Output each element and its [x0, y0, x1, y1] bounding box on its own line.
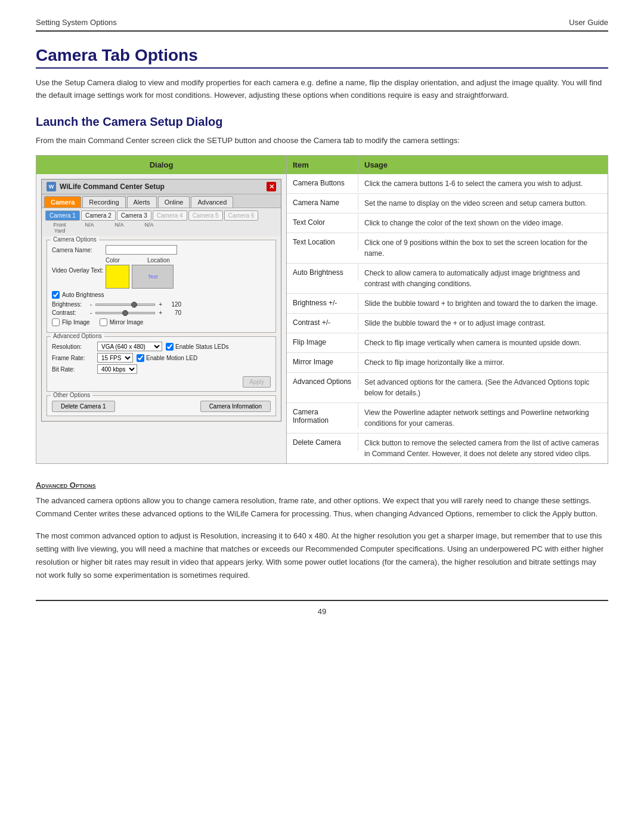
contrast-plus: + — [159, 309, 162, 316]
table-row: Auto Brightness Check to allow camera to… — [287, 264, 608, 294]
cam-btn-6[interactable]: Camera 6 — [224, 210, 259, 221]
auto-brightness-label: Auto Brightness — [62, 292, 104, 298]
page-header: Setting System Options User Guide — [36, 18, 608, 32]
color-label: Color — [106, 257, 141, 264]
brightness-plus: + — [159, 301, 162, 308]
section1-title: Launch the Camera Setup Dialog — [36, 115, 608, 129]
other-options-border: Other Options Delete Camera 1 Camera Inf… — [47, 395, 276, 416]
table-row: Advanced Options Set advanced options fo… — [287, 373, 608, 403]
dialog-pane: Dialog W WiLife Command Center Setup ✕ C… — [36, 156, 287, 463]
other-options-legend: Other Options — [51, 392, 92, 398]
dialog-title-text: WiLife Command Center Setup — [60, 182, 165, 191]
page-number: 49 — [318, 607, 326, 616]
contrast-minus: - — [90, 309, 92, 316]
cam-btn-2[interactable]: Camera 2 — [81, 210, 116, 221]
page-title: Camera Tab Options — [36, 46, 608, 69]
bit-rate-select[interactable]: 400 kbps 200 kbps 800 kbps — [97, 364, 137, 374]
contrast-bubble[interactable] — [122, 310, 128, 316]
table-cell-item: Brightness +/- — [287, 294, 358, 311]
tab-advanced[interactable]: Advanced — [191, 196, 233, 208]
table-row: Brightness +/- Slide the bubble toward +… — [287, 294, 608, 314]
camera-information-button[interactable]: Camera Information — [200, 401, 271, 412]
enable-motion-led-checkbox[interactable] — [137, 354, 144, 362]
flip-image-checkbox[interactable] — [52, 318, 60, 326]
table-row: Camera Information View the Powerline ad… — [287, 403, 608, 433]
enable-motion-led-row: Enable Motion LED — [137, 354, 197, 362]
bit-rate-label: Bit Rate: — [52, 366, 94, 373]
video-overlay-label: Video Overlay Text: — [52, 265, 103, 274]
tab-online[interactable]: Online — [158, 196, 190, 208]
header-right: User Guide — [569, 18, 608, 27]
color-block[interactable] — [106, 265, 129, 289]
dialog-titlebar: W WiLife Command Center Setup ✕ — [42, 179, 281, 194]
location-box[interactable]: Test — [132, 265, 174, 289]
table-cell-item: Flip Image — [287, 333, 358, 351]
table-cell-item: Camera Name — [287, 194, 358, 211]
table-cell-item: Advanced Options — [287, 373, 358, 390]
table-row: Camera Name Set the name to display on t… — [287, 194, 608, 213]
table-cell-item: Mirror Image — [287, 353, 358, 370]
other-options-group: Other Options Delete Camera 1 Camera Inf… — [47, 395, 276, 416]
mirror-image-row: Mirror Image — [100, 318, 144, 326]
mirror-image-checkbox[interactable] — [100, 318, 107, 326]
enable-motion-led-label: Enable Motion LED — [146, 355, 197, 361]
table-cell-usage: Slide the bubble toward + to brighten an… — [358, 294, 608, 313]
table-row: Mirror Image Check to flip image horizon… — [287, 353, 608, 373]
table-cell-usage: Check to flip image vertically when came… — [358, 333, 608, 352]
table-cell-usage: Set advanced options for the camera. (Se… — [358, 373, 608, 402]
resolution-select[interactable]: VGA (640 x 480) QVGA (320 x 240) — [97, 342, 162, 351]
video-overlay-row: Video Overlay Text: Test — [52, 265, 271, 289]
frame-rate-row: Frame Rate: 15 FPS 7 FPS 30 FPS Enable M… — [52, 353, 271, 363]
tab-camera[interactable]: Camera — [44, 196, 81, 208]
table-cell-usage: Click the camera buttons 1-6 to select t… — [358, 174, 608, 193]
camera-options-border: Camera Options Camera Name: Color Locati… — [47, 240, 276, 333]
sublabel-2: N/A — [75, 222, 104, 234]
sublabel-4: N/A — [135, 222, 163, 234]
advanced-para2: The most common advanced option to adjus… — [36, 529, 608, 582]
cam-btn-1[interactable]: Camera 1 — [45, 210, 80, 221]
close-button[interactable]: ✕ — [267, 182, 276, 191]
delete-camera-button[interactable]: Delete Camera 1 — [52, 401, 115, 412]
frame-rate-label: Frame Rate: — [52, 355, 94, 361]
camera-name-label: Camera Name: — [52, 247, 106, 253]
tab-bar: Camera Recording Alerts Online Advanced — [42, 194, 281, 208]
apply-button[interactable]: Apply — [243, 376, 271, 388]
advanced-para1: The advanced camera options allow you to… — [36, 494, 608, 521]
bit-rate-row: Bit Rate: 400 kbps 200 kbps 800 kbps — [52, 364, 271, 374]
header-left: Setting System Options — [36, 18, 117, 27]
dialog-window: W WiLife Command Center Setup ✕ Camera R… — [41, 179, 281, 422]
cam-btn-4[interactable]: Camera 4 — [153, 210, 187, 221]
auto-brightness-checkbox[interactable] — [52, 291, 60, 299]
dialog-icon: W — [47, 182, 56, 191]
intro-text: Use the Setup Camera dialog to view and … — [36, 77, 608, 102]
brightness-slider-row: Brightness: - + 120 — [52, 301, 271, 308]
table-cell-usage: Click button to remove the selected came… — [358, 433, 608, 463]
contrast-slider-label: Contrast: — [52, 309, 88, 316]
page-container: Setting System Options User Guide Camera… — [0, 0, 644, 833]
advanced-options-section: Advanced Options The advanced camera opt… — [36, 481, 608, 582]
tab-recording[interactable]: Recording — [82, 196, 125, 208]
brightness-bubble[interactable] — [131, 302, 137, 308]
cam-btn-5[interactable]: Camera 5 — [188, 210, 223, 221]
sublabel-6 — [194, 222, 223, 234]
dialog-table-wrapper: Dialog W WiLife Command Center Setup ✕ C… — [36, 155, 608, 464]
col-header-item: Item — [287, 156, 358, 174]
camera-name-input[interactable] — [106, 245, 177, 255]
enable-status-leds-row: Enable Status LEDs — [166, 343, 229, 351]
table-row: Text Location Click one of 9 positions w… — [287, 233, 608, 264]
cam-btn-3[interactable]: Camera 3 — [117, 210, 151, 221]
contrast-value: 70 — [165, 309, 181, 316]
advanced-options-group: Advanced Options Resolution: VGA (640 x … — [47, 336, 276, 392]
tab-alerts[interactable]: Alerts — [127, 196, 157, 208]
apply-row: Apply — [52, 376, 271, 388]
table-cell-item: Contrast +/- — [287, 314, 358, 331]
table-cell-usage: Set the name to display on the video scr… — [358, 194, 608, 213]
table-row: Text Color Click to change the color of … — [287, 213, 608, 233]
flip-mirror-row: Flip Image Mirror Image — [52, 318, 271, 329]
table-header: Item Usage — [287, 156, 608, 174]
frame-rate-select[interactable]: 15 FPS 7 FPS 30 FPS — [97, 353, 133, 363]
enable-status-leds-label: Enable Status LEDs — [175, 343, 229, 350]
table-row: Camera Buttons Click the camera buttons … — [287, 174, 608, 194]
mirror-image-label: Mirror Image — [110, 319, 144, 326]
enable-status-leds-checkbox[interactable] — [166, 343, 174, 351]
